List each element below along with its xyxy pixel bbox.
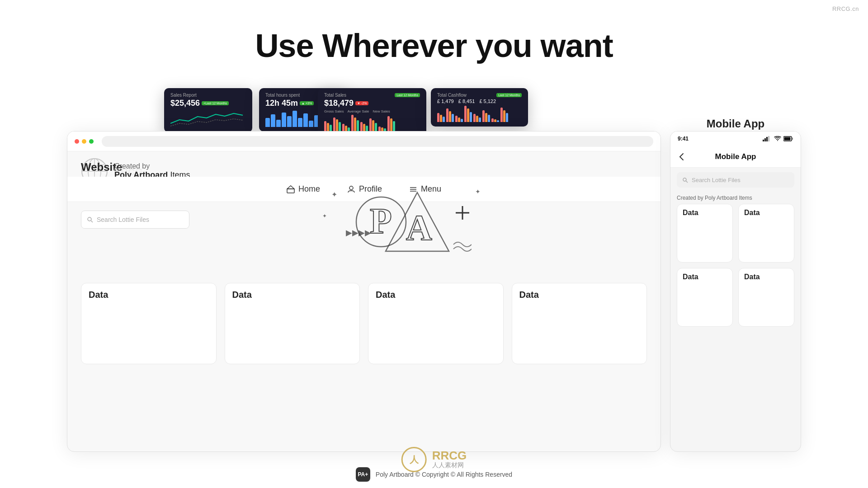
data-card-4-label: Data bbox=[519, 290, 539, 300]
browser-mockup: Website RRCG Created by Poly Artboard I bbox=[67, 131, 661, 452]
pa-logo-area: ✦ ✦ ✦ P A ▶▶▶▶ bbox=[345, 186, 472, 260]
mobile-card-4[interactable]: Data bbox=[738, 268, 794, 327]
data-cards-grid: Data Data Data Data bbox=[81, 283, 647, 364]
svg-rect-21 bbox=[766, 137, 768, 141]
mobile-status-bar: 9:41 bbox=[670, 131, 801, 146]
mobile-header: Mobile App bbox=[670, 146, 801, 168]
float-card-total-sales: Total Sales Last 12 Months $18,479 ▼ -2%… bbox=[318, 88, 426, 136]
battery-icon bbox=[783, 136, 793, 141]
svg-rect-20 bbox=[764, 138, 766, 141]
float-card-3-badge: Last 12 Months bbox=[395, 93, 420, 97]
mobile-app-label: Mobile App bbox=[670, 117, 801, 130]
float-card-3-labels: Gross Sales Average Sale New Sales bbox=[324, 109, 420, 113]
mobile-title: Mobile App bbox=[691, 152, 780, 161]
data-card-4[interactable]: Data bbox=[512, 283, 647, 364]
pa-logo-svg: P A ▶▶▶▶ bbox=[345, 186, 472, 258]
browser-dot-red[interactable] bbox=[75, 139, 79, 144]
browser-dot-yellow[interactable] bbox=[82, 139, 86, 144]
data-card-3-label: Data bbox=[376, 290, 395, 300]
search-bar-text: Search Lottie Files bbox=[97, 216, 149, 223]
browser-dot-green[interactable] bbox=[89, 139, 94, 144]
watermark-text-block: RRCG 人人素材网 bbox=[432, 450, 467, 469]
svg-text:A: A bbox=[406, 208, 432, 248]
data-card-2[interactable]: Data bbox=[225, 283, 360, 364]
svg-point-10 bbox=[88, 217, 91, 221]
svg-rect-24 bbox=[784, 137, 791, 141]
data-card-2-label: Data bbox=[232, 290, 252, 300]
float-card-4-title: Total Cashflow bbox=[437, 93, 467, 98]
watermark-top-right: RRCG.cn bbox=[832, 5, 859, 12]
data-card-3[interactable]: Data bbox=[368, 283, 504, 364]
svg-text:P: P bbox=[370, 201, 392, 241]
float-card-1-badge: +Last 12 Months bbox=[202, 101, 229, 105]
mobile-search-bar[interactable]: Search Lottie Files bbox=[677, 172, 794, 188]
watermark-main-text: RRCG bbox=[432, 450, 467, 461]
search-icon bbox=[87, 216, 93, 223]
float-card-2-amount: 12h 45m bbox=[265, 99, 298, 108]
float-card-1-amount: $25,456 bbox=[170, 99, 200, 108]
float-card-4-badge: Last 12 Months bbox=[496, 93, 522, 97]
mobile-status-icons bbox=[763, 136, 793, 141]
svg-rect-22 bbox=[768, 136, 769, 141]
footer-logo: PA+ bbox=[356, 467, 370, 482]
sparkle-1: ✦ bbox=[331, 190, 337, 199]
page-heading: Use Wherever you want bbox=[0, 0, 868, 64]
svg-rect-4 bbox=[287, 189, 294, 193]
mobile-search-icon bbox=[682, 177, 688, 183]
float-card-4-amounts: £ 1,479 £ 8,451 £ 5,122 bbox=[437, 99, 522, 104]
float-card-1-title: Sales Report bbox=[170, 93, 246, 98]
created-by-line1: Created by bbox=[114, 162, 190, 170]
browser-bar bbox=[67, 131, 660, 151]
svg-rect-19 bbox=[763, 140, 764, 141]
mobile-cards-grid: Data Data Data Data bbox=[670, 204, 801, 327]
footer-logo-text: PA+ bbox=[358, 471, 368, 478]
sparkle-3: ✦ bbox=[475, 188, 481, 195]
svg-marker-5 bbox=[287, 186, 294, 189]
svg-rect-25 bbox=[792, 138, 793, 140]
center-watermark: 人 RRCG 人人素材网 bbox=[401, 447, 467, 472]
sparkle-2: ✦ bbox=[322, 213, 327, 219]
nav-home-label: Home bbox=[298, 184, 320, 194]
watermark-sub-text: 人人素材网 bbox=[432, 461, 467, 469]
float-card-3-title: Total Sales bbox=[324, 93, 346, 98]
svg-line-27 bbox=[686, 181, 688, 183]
float-card-sales-report: Sales Report $25,456 +Last 12 Months bbox=[164, 88, 252, 132]
watermark-circle: 人 bbox=[401, 447, 427, 472]
data-card-1-label: Data bbox=[89, 290, 108, 300]
svg-text:▶▶▶▶: ▶▶▶▶ bbox=[346, 228, 371, 237]
svg-point-26 bbox=[683, 178, 686, 181]
content-area: Sales Report $25,456 +Last 12 Months Tot… bbox=[67, 104, 801, 452]
browser-url-bar[interactable] bbox=[102, 136, 653, 147]
mobile-card-2-label: Data bbox=[744, 209, 760, 217]
wifi-icon bbox=[774, 136, 781, 141]
search-bar[interactable]: Search Lottie Files bbox=[81, 211, 189, 229]
signal-icon bbox=[763, 136, 772, 141]
mobile-card-1-label: Data bbox=[683, 209, 698, 217]
float-card-1-chart bbox=[170, 110, 247, 127]
data-card-1[interactable]: Data bbox=[81, 283, 217, 364]
mobile-search-text: Search Lottie Files bbox=[692, 177, 741, 183]
float-card-2-badge: ▲ +3% bbox=[300, 101, 314, 105]
back-icon[interactable] bbox=[677, 152, 687, 162]
mobile-subtitle: Created by Poly Artboard Items bbox=[670, 192, 801, 204]
float-card-4-chart bbox=[437, 106, 522, 122]
mobile-card-3[interactable]: Data bbox=[677, 268, 733, 327]
mobile-mockup: 9:41 bbox=[670, 131, 801, 452]
svg-line-11 bbox=[91, 221, 93, 223]
nav-home[interactable]: Home bbox=[287, 184, 320, 194]
mobile-time: 9:41 bbox=[678, 136, 689, 142]
float-card-3-amount: $18,479 bbox=[324, 99, 354, 108]
mobile-card-4-label: Data bbox=[744, 273, 760, 281]
float-card-cashflow: Total Cashflow Last 12 Months £ 1,479 £ … bbox=[431, 88, 528, 127]
home-icon bbox=[287, 185, 295, 193]
float-card-3-sub: ▼ -2% bbox=[355, 101, 368, 105]
mobile-card-2[interactable]: Data bbox=[738, 204, 794, 263]
mobile-card-3-label: Data bbox=[683, 273, 698, 281]
mobile-card-1[interactable]: Data bbox=[677, 204, 733, 263]
float-card-3-chart bbox=[324, 115, 420, 131]
